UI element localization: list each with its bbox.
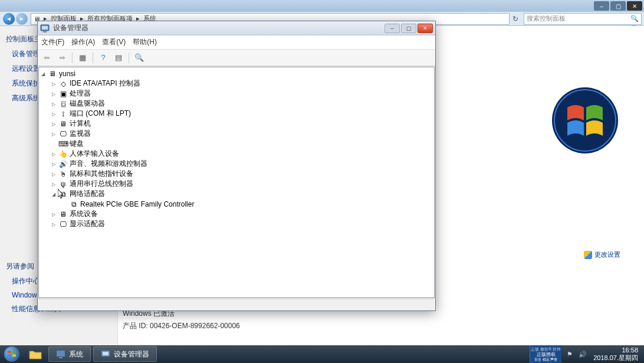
tree-category-node[interactable]: ψ通用串行总线控制器 bbox=[51, 179, 433, 189]
device-manager-titlebar[interactable]: 设备管理器 – ▢ ✕ bbox=[38, 21, 435, 35]
device-category-icon: 🖵 bbox=[58, 129, 68, 139]
toolbar-forward-button[interactable]: ➡ bbox=[55, 51, 68, 64]
menu-action[interactable]: 操作(A) bbox=[71, 37, 95, 47]
clock-time: 16:58 bbox=[593, 346, 638, 354]
expand-icon[interactable] bbox=[51, 100, 57, 107]
tree-root-label: yunsi bbox=[59, 70, 75, 78]
toolbar-scan-button[interactable]: 🔍 bbox=[133, 51, 146, 64]
tree-category-node[interactable]: ▣处理器 bbox=[51, 89, 433, 99]
maximize-button[interactable]: ▢ bbox=[610, 1, 626, 11]
dm-maximize-button[interactable]: ▢ bbox=[401, 24, 416, 33]
toolbar-help-button[interactable]: ? bbox=[97, 51, 110, 64]
tree-category-label: 通用串行总线控制器 bbox=[70, 179, 133, 189]
device-manager-window: 设备管理器 – ▢ ✕ 文件(F) 操作(A) 查看(V) 帮助(H) ⬅ ➡ … bbox=[37, 21, 436, 311]
taskbar-clock[interactable]: 16:58 2018.07.星期四 bbox=[591, 346, 640, 362]
nav-forward-button[interactable]: ► bbox=[16, 13, 28, 25]
toolbar-back-button[interactable]: ⬅ bbox=[40, 51, 53, 64]
toolbar-properties-button[interactable]: ▤ bbox=[112, 51, 125, 64]
device-category-icon: ⟟ bbox=[58, 109, 68, 119]
expand-icon[interactable] bbox=[40, 70, 46, 77]
tree-category-label: 鼠标和其他指针设备 bbox=[70, 169, 133, 179]
tree-category-label: 网络适配器 bbox=[70, 189, 105, 199]
device-category-icon: 🖥 bbox=[58, 119, 68, 129]
taskbar-task-label: 系统 bbox=[69, 349, 83, 359]
control-panel-titlebar: – ▢ ✕ bbox=[0, 0, 644, 12]
svg-rect-5 bbox=[57, 351, 65, 357]
device-category-icon: ⌨ bbox=[58, 139, 68, 149]
start-button[interactable] bbox=[0, 345, 24, 363]
device-category-icon: 🖱 bbox=[58, 169, 68, 179]
menu-view[interactable]: 查看(V) bbox=[102, 37, 126, 47]
tree-category-label: 处理器 bbox=[70, 89, 91, 99]
tree-category-node[interactable]: 🖱鼠标和其他指针设备 bbox=[51, 169, 433, 179]
expand-icon[interactable] bbox=[51, 181, 57, 187]
product-id-line: 产品 ID: 00426-OEM-8992662-00006 bbox=[123, 321, 240, 331]
tree-category-label: 计算机 bbox=[70, 119, 91, 129]
dm-close-button[interactable]: ✕ bbox=[418, 24, 433, 33]
svg-rect-8 bbox=[103, 352, 109, 355]
computer-icon: 🖥 bbox=[48, 69, 57, 79]
tree-category-label: 磁盘驱动器 bbox=[70, 99, 105, 109]
device-manager-menubar: 文件(F) 操作(A) 查看(V) 帮助(H) bbox=[38, 35, 435, 50]
genuine-badge[interactable]: 正版 微软® 软件 正版授权 安全 稳定 声誉 bbox=[530, 345, 561, 363]
device-category-icon: ψ bbox=[58, 179, 68, 189]
tree-category-node[interactable]: 🖥系统设备 bbox=[51, 209, 433, 219]
expand-icon[interactable] bbox=[51, 80, 57, 87]
search-icon: 🔍 bbox=[630, 15, 639, 22]
tree-device-label: Realtek PCIe GBE Family Controller bbox=[80, 200, 194, 208]
menu-help[interactable]: 帮助(H) bbox=[133, 37, 157, 47]
expand-icon[interactable] bbox=[51, 221, 57, 227]
expand-icon[interactable] bbox=[51, 151, 57, 157]
device-category-icon: ▣ bbox=[58, 89, 68, 99]
svg-point-0 bbox=[552, 87, 618, 153]
tree-category-label: 显示适配器 bbox=[70, 219, 105, 229]
device-icon: ⧉ bbox=[69, 200, 78, 209]
tree-category-node[interactable]: ⌼磁盘驱动器 bbox=[51, 99, 433, 109]
device-tree[interactable]: 🖥yunsi◇IDE ATA/ATAPI 控制器▣处理器⌼磁盘驱动器⟟端口 (C… bbox=[38, 67, 435, 298]
expand-icon[interactable] bbox=[51, 211, 57, 217]
tree-category-node[interactable]: ⧉网络适配器 bbox=[51, 189, 433, 199]
tree-category-node[interactable]: 🔊声音、视频和游戏控制器 bbox=[51, 159, 433, 169]
expand-icon[interactable] bbox=[51, 130, 57, 137]
menu-file[interactable]: 文件(F) bbox=[41, 37, 64, 47]
tree-category-label: 监视器 bbox=[70, 129, 91, 139]
taskbar-task-label: 设备管理器 bbox=[114, 349, 149, 359]
system-tray: 正版 微软® 软件 正版授权 安全 稳定 声誉 ⚑ 🔊 16:58 2018.0… bbox=[530, 345, 644, 363]
tree-device-node[interactable]: ⧉Realtek PCIe GBE Family Controller bbox=[61, 199, 433, 209]
close-button[interactable]: ✕ bbox=[627, 1, 642, 11]
expand-icon[interactable] bbox=[51, 120, 57, 127]
windows-logo-icon bbox=[550, 85, 620, 156]
refresh-icon[interactable]: ↻ bbox=[510, 15, 521, 23]
taskbar-pin-explorer[interactable] bbox=[24, 345, 47, 363]
tree-category-node[interactable]: ◇IDE ATA/ATAPI 控制器 bbox=[51, 79, 433, 89]
expand-icon[interactable] bbox=[51, 110, 57, 117]
tree-category-label: 系统设备 bbox=[70, 209, 98, 219]
change-settings-label: 更改设置 bbox=[594, 250, 620, 259]
tree-category-node[interactable]: ⟟端口 (COM 和 LPT) bbox=[51, 109, 433, 119]
change-settings-link[interactable]: 更改设置 bbox=[584, 250, 620, 259]
dm-minimize-button[interactable]: – bbox=[385, 24, 400, 33]
expand-icon[interactable] bbox=[51, 191, 57, 197]
tree-category-node[interactable]: 🖵显示适配器 bbox=[51, 219, 433, 229]
expand-icon[interactable] bbox=[51, 171, 57, 177]
tree-category-node[interactable]: 👆人体学输入设备 bbox=[51, 149, 433, 159]
tree-category-node[interactable]: 🖥计算机 bbox=[51, 119, 433, 129]
minimize-button[interactable]: – bbox=[594, 1, 609, 11]
tree-category-node[interactable]: 🖵监视器 bbox=[51, 129, 433, 139]
tray-flag-icon[interactable]: ⚑ bbox=[565, 349, 574, 359]
search-input[interactable]: 搜索控制面板 🔍 bbox=[524, 13, 642, 25]
expand-icon[interactable] bbox=[51, 161, 57, 167]
toolbar-show-hide-button[interactable]: ▦ bbox=[76, 51, 89, 64]
tray-volume-icon[interactable]: 🔊 bbox=[578, 349, 587, 359]
taskbar-task-system[interactable]: 系统 bbox=[48, 346, 91, 362]
device-category-icon: 🖥 bbox=[58, 210, 68, 219]
search-placeholder: 搜索控制面板 bbox=[527, 14, 566, 23]
tree-root-node[interactable]: 🖥yunsi bbox=[40, 68, 433, 79]
expand-icon[interactable] bbox=[51, 90, 57, 97]
tree-category-node[interactable]: ⌨键盘 bbox=[51, 139, 433, 149]
taskbar-task-device-manager[interactable]: 设备管理器 bbox=[93, 346, 157, 362]
tree-category-label: 人体学输入设备 bbox=[70, 149, 119, 159]
taskbar: 系统 设备管理器 正版 微软® 软件 正版授权 安全 稳定 声誉 ⚑ 🔊 16:… bbox=[0, 345, 644, 363]
tree-category-label: 键盘 bbox=[70, 139, 84, 149]
nav-back-button[interactable]: ◄ bbox=[3, 13, 15, 25]
